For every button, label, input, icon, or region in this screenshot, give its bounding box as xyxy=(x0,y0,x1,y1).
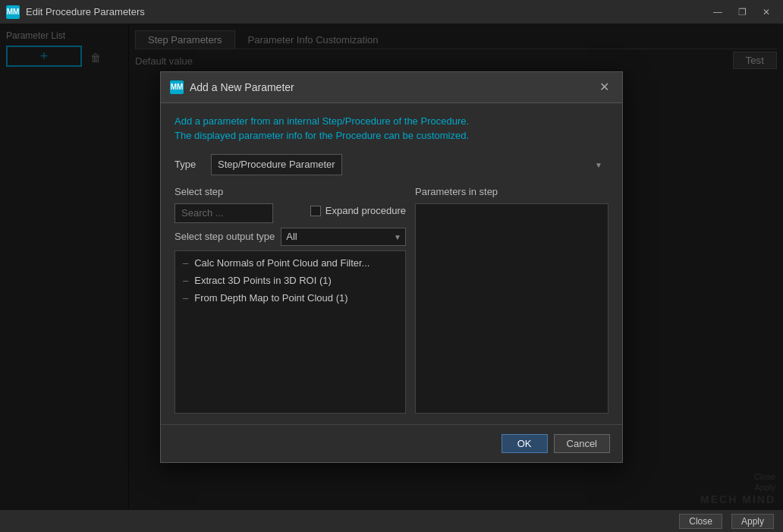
window-controls: — ❐ ✕ xyxy=(707,5,777,20)
close-button[interactable]: ✕ xyxy=(756,5,777,20)
minimize-button[interactable]: — xyxy=(707,5,728,20)
type-select[interactable]: Step/Procedure Parameter Custom Paramete… xyxy=(211,154,342,175)
list-item[interactable]: – Extract 3D Points in 3D ROI (1) xyxy=(175,272,405,289)
expand-procedure-checkbox[interactable] xyxy=(310,206,321,216)
select-step-header: Select step xyxy=(175,186,406,197)
step-list[interactable]: – Calc Normals of Point Cloud and Filter… xyxy=(175,250,406,414)
window-title: Edit Procedure Parameters xyxy=(26,6,707,17)
add-parameter-dialog: MM Add a New Parameter ✕ Add a parameter… xyxy=(160,71,623,463)
parameters-panel xyxy=(415,203,608,414)
output-type-label: Select step output type xyxy=(175,231,275,242)
bottom-bar: Close Apply xyxy=(0,509,783,532)
title-bar: MM Edit Procedure Parameters — ❐ ✕ xyxy=(0,0,783,24)
type-select-arrow: ▼ xyxy=(595,160,602,168)
step-label: From Depth Map to Point Cloud (1) xyxy=(194,292,347,304)
type-label: Type xyxy=(175,159,205,170)
modal-body: Add a parameter from an internal Step/Pr… xyxy=(161,103,622,424)
type-row: Type Step/Procedure Parameter Custom Par… xyxy=(175,154,608,175)
modal-info-line2: The displayed parameter info for the Pro… xyxy=(175,128,608,143)
parameters-in-step-column: Parameters in step xyxy=(415,186,608,414)
modal-close-button[interactable]: ✕ xyxy=(595,78,613,96)
modal-icon: MM xyxy=(170,80,184,94)
output-type-row: Select step output type All Point Cloud … xyxy=(175,228,406,246)
cancel-button[interactable]: Cancel xyxy=(554,434,610,453)
type-select-wrapper: Step/Procedure Parameter Custom Paramete… xyxy=(211,154,608,175)
close-button-bottom[interactable]: Close xyxy=(679,514,722,529)
step-dash: – xyxy=(183,275,188,286)
ok-button[interactable]: OK xyxy=(502,434,548,453)
apply-button-bottom[interactable]: Apply xyxy=(731,514,774,529)
app-icon: MM xyxy=(6,5,20,19)
list-item[interactable]: – From Depth Map to Point Cloud (1) xyxy=(175,289,405,307)
modal-title: Add a New Parameter xyxy=(190,81,595,93)
expand-row: Expand procedure xyxy=(310,205,406,216)
search-input[interactable] xyxy=(175,203,273,223)
modal-footer: OK Cancel xyxy=(161,424,622,462)
output-type-select[interactable]: All Point Cloud Image 3D ROI xyxy=(281,228,406,246)
expand-label[interactable]: Expand procedure xyxy=(325,205,406,216)
step-dash: – xyxy=(183,292,188,304)
list-item[interactable]: – Calc Normals of Point Cloud and Filter… xyxy=(175,254,405,272)
search-expand-row: Expand procedure xyxy=(175,203,406,223)
step-label: Calc Normals of Point Cloud and Filter..… xyxy=(194,257,369,269)
modal-title-bar: MM Add a New Parameter ✕ xyxy=(161,72,622,103)
output-type-select-wrapper: All Point Cloud Image 3D ROI ▼ xyxy=(281,228,406,246)
step-dash: – xyxy=(183,257,188,269)
modal-info-text: Add a parameter from an internal Step/Pr… xyxy=(175,114,608,143)
modal-info-line1: Add a parameter from an internal Step/Pr… xyxy=(175,114,608,129)
select-step-column: Select step Expand procedure Select step… xyxy=(175,186,406,414)
maximize-button[interactable]: ❐ xyxy=(731,5,753,20)
two-column-area: Select step Expand procedure Select step… xyxy=(175,186,608,414)
parameters-header: Parameters in step xyxy=(415,186,608,197)
modal-overlay: MM Add a New Parameter ✕ Add a parameter… xyxy=(0,24,783,509)
step-label: Extract 3D Points in 3D ROI (1) xyxy=(194,275,332,286)
